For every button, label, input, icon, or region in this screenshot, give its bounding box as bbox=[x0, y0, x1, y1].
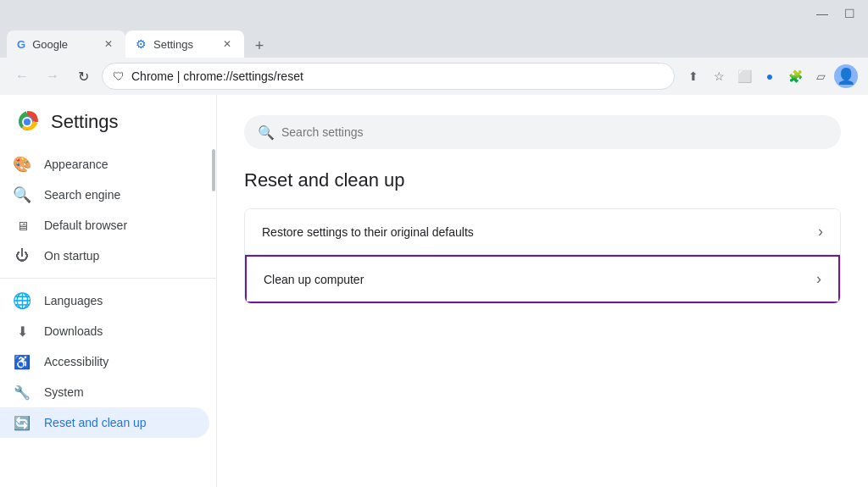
section-title: Reset and clean up bbox=[244, 169, 841, 191]
tab-google-close[interactable]: ✕ bbox=[102, 37, 115, 51]
default-browser-icon: 🖥 bbox=[14, 217, 31, 234]
sidebar-item-system-label: System bbox=[44, 385, 84, 399]
on-startup-icon: ⏻ bbox=[14, 247, 31, 264]
sidebar-item-downloads-label: Downloads bbox=[44, 324, 103, 338]
toolbar-icons: ⬆ ☆ ⬜ ● 🧩 ▱ 👤 bbox=[682, 64, 858, 88]
address-text: Chrome | chrome://settings/reset bbox=[131, 69, 664, 83]
new-tab-button[interactable]: + bbox=[248, 34, 271, 58]
clean-up-computer-label: Clean up computer bbox=[264, 273, 816, 286]
page: Settings 🎨 Appearance 🔍 Search engine 🖥 … bbox=[0, 95, 868, 487]
system-icon: 🔧 bbox=[14, 384, 31, 401]
settings-tab-icon: ⚙ bbox=[136, 37, 147, 51]
sidebar-item-accessibility-label: Accessibility bbox=[44, 355, 108, 368]
sidebar: Settings 🎨 Appearance 🔍 Search engine 🖥 … bbox=[0, 95, 217, 487]
sidebar-item-on-startup[interactable]: ⏻ On startup bbox=[0, 241, 209, 271]
accessibility-icon: ♿ bbox=[14, 353, 31, 370]
search-icon: 🔍 bbox=[258, 125, 275, 141]
search-engine-icon: 🔍 bbox=[14, 186, 31, 203]
sidebar-item-default-browser[interactable]: 🖥 Default browser bbox=[0, 210, 209, 241]
forward-icon: → bbox=[46, 69, 59, 84]
toolbar: ← → ↻ 🛡 Chrome | chrome://settings/reset… bbox=[0, 58, 868, 95]
clean-up-computer-arrow-icon: › bbox=[816, 270, 821, 288]
search-bar[interactable]: 🔍 bbox=[244, 115, 841, 149]
maximize-btn[interactable]: ☐ bbox=[837, 2, 861, 25]
address-bar[interactable]: 🛡 Chrome | chrome://settings/reset bbox=[102, 63, 675, 90]
tab-settings[interactable]: ⚙ Settings ✕ bbox=[125, 30, 244, 58]
google-icon: G bbox=[17, 38, 25, 51]
extensions-icon[interactable]: 🧩 bbox=[783, 64, 807, 88]
tab-google[interactable]: G Google ✕ bbox=[7, 30, 125, 58]
profile-avatar[interactable]: 👤 bbox=[834, 64, 858, 88]
languages-icon: 🌐 bbox=[14, 292, 31, 309]
account-icon[interactable]: ● bbox=[758, 64, 782, 88]
svg-point-3 bbox=[24, 119, 31, 125]
main-content: 🔍 Reset and clean up Restore settings to… bbox=[217, 95, 868, 487]
tab-settings-label: Settings bbox=[153, 38, 193, 51]
minimize-btn[interactable]: — bbox=[810, 2, 834, 25]
sidebar-item-startup-label: On startup bbox=[44, 249, 99, 263]
tab-google-label: Google bbox=[32, 38, 68, 51]
forward-button[interactable]: → bbox=[41, 64, 64, 88]
title-bar: — ☐ bbox=[0, 0, 868, 27]
clean-up-computer-item[interactable]: Clean up computer › bbox=[245, 255, 840, 303]
restore-settings-arrow-icon: › bbox=[818, 223, 823, 241]
appearance-icon: 🎨 bbox=[14, 156, 31, 173]
sidebar-item-default-label: Default browser bbox=[44, 219, 127, 232]
sidebar-item-appearance-label: Appearance bbox=[44, 158, 108, 171]
sidebar-item-system[interactable]: 🔧 System bbox=[0, 377, 209, 407]
sidebar-title: Settings bbox=[51, 111, 119, 133]
bookmark-icon[interactable]: ☆ bbox=[707, 64, 731, 88]
sidebar-icon[interactable]: ⬜ bbox=[732, 64, 756, 88]
back-icon: ← bbox=[15, 69, 29, 84]
browser-sidebar-icon[interactable]: ▱ bbox=[809, 64, 832, 88]
sidebar-header: Settings bbox=[0, 102, 216, 149]
tabs-row: G Google ✕ ⚙ Settings ✕ + bbox=[0, 27, 868, 58]
reset-icon: 🔄 bbox=[14, 414, 31, 431]
tab-settings-close[interactable]: ✕ bbox=[220, 37, 234, 51]
sidebar-item-downloads[interactable]: ⬇ Downloads bbox=[0, 316, 209, 346]
avatar-image: 👤 bbox=[837, 67, 855, 86]
restore-settings-item[interactable]: Restore settings to their original defau… bbox=[245, 209, 840, 255]
back-button[interactable]: ← bbox=[10, 64, 34, 88]
sidebar-divider-1 bbox=[0, 278, 216, 279]
sidebar-item-languages[interactable]: 🌐 Languages bbox=[0, 285, 209, 316]
security-icon: 🛡 bbox=[113, 69, 125, 83]
reload-icon: ↻ bbox=[78, 69, 89, 85]
restore-settings-label: Restore settings to their original defau… bbox=[262, 225, 818, 239]
sidebar-item-search-label: Search engine bbox=[44, 188, 120, 202]
downloads-icon: ⬇ bbox=[14, 323, 31, 340]
sidebar-item-reset[interactable]: 🔄 Reset and clean up bbox=[0, 407, 209, 438]
search-input[interactable] bbox=[281, 125, 827, 139]
chrome-logo bbox=[14, 108, 41, 136]
sidebar-item-accessibility[interactable]: ♿ Accessibility bbox=[0, 346, 209, 377]
sidebar-item-search-engine[interactable]: 🔍 Search engine bbox=[0, 180, 209, 210]
reload-button[interactable]: ↻ bbox=[71, 64, 95, 88]
sidebar-item-reset-label: Reset and clean up bbox=[44, 416, 147, 429]
window-controls: — ☐ bbox=[810, 2, 861, 25]
share-icon[interactable]: ⬆ bbox=[682, 64, 705, 88]
sidebar-item-languages-label: Languages bbox=[44, 294, 103, 307]
sidebar-item-appearance[interactable]: 🎨 Appearance bbox=[0, 149, 209, 180]
settings-list: Restore settings to their original defau… bbox=[244, 208, 841, 304]
